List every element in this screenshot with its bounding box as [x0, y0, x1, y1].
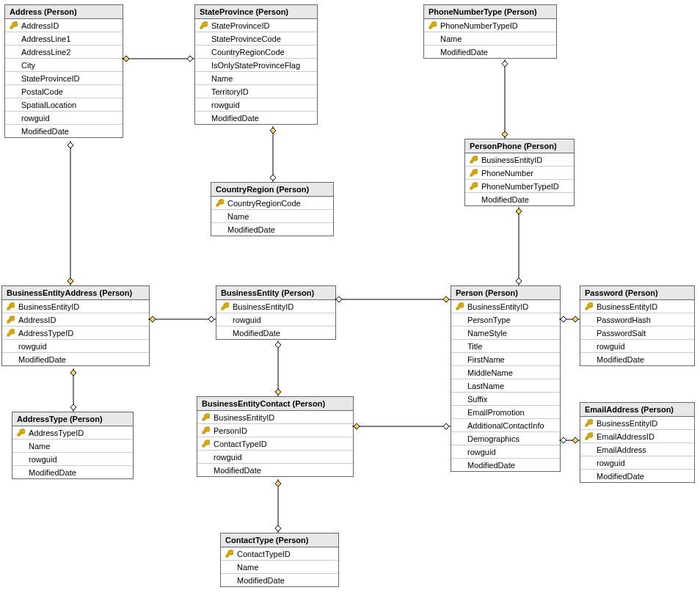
column-row[interactable]: rowguid	[12, 453, 133, 466]
column-row[interactable]: rowguid	[5, 112, 123, 125]
column-row[interactable]: AddressLine2	[5, 45, 123, 59]
column-row[interactable]: EmailPromotion	[451, 406, 560, 419]
column-row[interactable]: PasswordHash	[580, 313, 694, 327]
column-row[interactable]: StateProvinceID	[195, 19, 317, 32]
column-row[interactable]: Name	[211, 210, 333, 223]
column-row[interactable]: PostalCode	[5, 85, 123, 98]
table-businessentitycontact[interactable]: BusinessEntityContact (Person)BusinessEn…	[197, 396, 354, 477]
column-row[interactable]: PersonType	[451, 313, 560, 327]
column-row[interactable]: ContactTypeID	[197, 437, 353, 451]
column-row[interactable]: BusinessEntityID	[2, 300, 149, 313]
column-row[interactable]: BusinessEntityID	[580, 300, 694, 313]
key-slot	[197, 33, 209, 45]
column-row[interactable]: ModifiedDate	[2, 353, 149, 365]
column-row[interactable]: BusinessEntityID	[216, 300, 335, 313]
column-row[interactable]: SpatialLocation	[5, 98, 123, 112]
column-row[interactable]: LastName	[451, 379, 560, 393]
column-row[interactable]: rowguid	[195, 98, 317, 112]
key-slot	[223, 575, 235, 586]
column-row[interactable]: rowguid	[451, 445, 560, 459]
column-row[interactable]: ModifiedDate	[195, 112, 317, 124]
column-row[interactable]: ContactTypeID	[221, 547, 338, 561]
column-row[interactable]: ModifiedDate	[465, 193, 574, 205]
column-row[interactable]: TerritoryID	[195, 85, 317, 98]
primary-key-icon	[7, 20, 19, 32]
column-name: EmailAddressID	[597, 432, 655, 441]
column-row[interactable]: PhoneNumber	[465, 167, 574, 180]
table-person[interactable]: Person (Person)BusinessEntityIDPersonTyp…	[451, 285, 561, 472]
column-row[interactable]: ModifiedDate	[221, 574, 338, 586]
key-slot	[200, 465, 211, 476]
column-row[interactable]: City	[5, 59, 123, 72]
column-row[interactable]: EmailAddress	[580, 443, 694, 456]
table-contacttype[interactable]: ContactType (Person)ContactTypeIDNameMod…	[220, 533, 339, 587]
column-row[interactable]: rowguid	[580, 456, 694, 470]
column-row[interactable]: rowguid	[197, 451, 353, 464]
key-slot	[197, 86, 209, 98]
column-row[interactable]: PhoneNumberTypeID	[465, 180, 574, 193]
column-row[interactable]: rowguid	[216, 313, 335, 327]
column-row[interactable]: AddressTypeID	[12, 426, 133, 440]
column-row[interactable]: ModifiedDate	[424, 45, 556, 58]
column-row[interactable]: BusinessEntityID	[451, 300, 560, 313]
column-row[interactable]: FirstName	[451, 353, 560, 366]
column-row[interactable]: PersonID	[197, 424, 353, 437]
column-row[interactable]: ModifiedDate	[216, 327, 335, 339]
column-row[interactable]: Name	[195, 72, 317, 85]
column-row[interactable]: Suffix	[451, 393, 560, 406]
column-row[interactable]: AddressID	[2, 313, 149, 327]
column-row[interactable]: rowguid	[2, 340, 149, 353]
column-row[interactable]: StateProvinceID	[5, 72, 123, 85]
column-row[interactable]: AdditionalContactInfo	[451, 419, 560, 432]
column-row[interactable]: ModifiedDate	[197, 464, 353, 476]
column-row[interactable]: ModifiedDate	[580, 353, 694, 365]
column-row[interactable]: AddressID	[5, 19, 123, 32]
column-row[interactable]: EmailAddressID	[580, 430, 694, 443]
column-row[interactable]: PhoneNumberTypeID	[424, 19, 556, 32]
primary-key-icon	[467, 181, 479, 192]
column-row[interactable]: Name	[12, 440, 133, 453]
column-row[interactable]: ModifiedDate	[580, 470, 694, 482]
relationship-line	[266, 119, 280, 189]
column-row[interactable]: BusinessEntityID	[580, 417, 694, 430]
column-row[interactable]: ModifiedDate	[12, 466, 133, 478]
column-row[interactable]: MiddleName	[451, 366, 560, 379]
column-row[interactable]: ModifiedDate	[211, 223, 333, 236]
column-row[interactable]: NameStyle	[451, 327, 560, 340]
column-row[interactable]: BusinessEntityID	[465, 153, 574, 167]
column-name: PasswordSalt	[597, 329, 646, 338]
column-name: City	[21, 61, 35, 70]
column-row[interactable]: AddressLine1	[5, 32, 123, 45]
column-name: AddressLine1	[21, 34, 70, 43]
column-row[interactable]: CountryRegionCode	[211, 197, 333, 210]
table-phonenumbertype[interactable]: PhoneNumberType (Person)PhoneNumberTypeI…	[423, 4, 557, 59]
column-row[interactable]: Demographics	[451, 432, 560, 445]
column-row[interactable]: ModifiedDate	[451, 459, 560, 471]
column-row[interactable]: Title	[451, 340, 560, 353]
table-personphone[interactable]: PersonPhone (Person)BusinessEntityIDPhon…	[464, 139, 575, 206]
column-name: LastName	[467, 382, 504, 390]
table-password[interactable]: Password (Person)BusinessEntityIDPasswor…	[580, 285, 695, 366]
table-addresstype[interactable]: AddressType (Person)AddressTypeIDNamerow…	[12, 412, 134, 479]
table-stateprovince[interactable]: StateProvince (Person)StateProvinceIDSta…	[194, 4, 318, 125]
table-countryregion[interactable]: CountryRegion (Person)CountryRegionCodeN…	[211, 182, 334, 236]
column-name: BusinessEntityID	[467, 302, 528, 311]
column-row[interactable]: StateProvinceCode	[195, 32, 317, 45]
column-row[interactable]: BusinessEntityID	[197, 411, 353, 424]
key-slot	[200, 451, 211, 463]
column-row[interactable]: ModifiedDate	[5, 125, 123, 137]
column-row[interactable]: Name	[424, 32, 556, 45]
table-title: Person (Person)	[451, 286, 560, 300]
table-emailaddress[interactable]: EmailAddress (Person)BusinessEntityIDEma…	[580, 402, 695, 483]
column-row[interactable]: Name	[221, 561, 338, 574]
table-businessentityaddress[interactable]: BusinessEntityAddress (Person)BusinessEn…	[1, 285, 150, 366]
column-row[interactable]: AddressTypeID	[2, 327, 149, 340]
table-businessentity[interactable]: BusinessEntity (Person)BusinessEntityIDr…	[216, 285, 336, 340]
column-row[interactable]: IsOnlyStateProvinceFlag	[195, 59, 317, 72]
column-row[interactable]: CountryRegionCode	[195, 45, 317, 59]
column-row[interactable]: PasswordSalt	[580, 327, 694, 340]
column-row[interactable]: rowguid	[580, 340, 694, 353]
table-address[interactable]: Address (Person)AddressIDAddressLine1Add…	[4, 4, 123, 138]
relationship-line	[63, 134, 78, 293]
primary-key-icon	[214, 197, 225, 209]
